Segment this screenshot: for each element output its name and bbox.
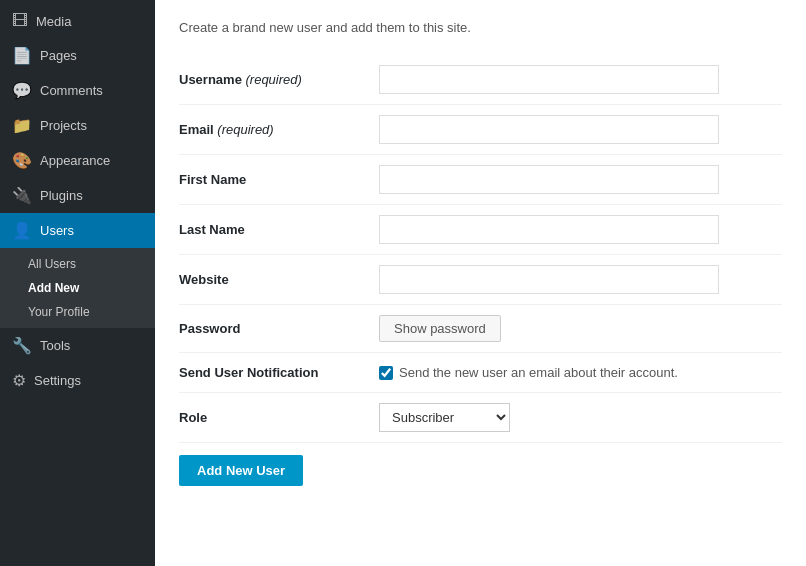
- notification-field: Send the new user an email about their a…: [379, 365, 782, 380]
- sidebar-sub-add-new[interactable]: Add New: [0, 276, 155, 300]
- website-input[interactable]: [379, 265, 719, 294]
- settings-icon: ⚙: [12, 371, 26, 390]
- notification-checkbox[interactable]: [379, 366, 393, 380]
- username-label: Username (required): [179, 55, 379, 105]
- role-row: Role Subscriber Contributor Author Edito…: [179, 393, 782, 443]
- sidebar-item-media[interactable]: 🎞 Media: [0, 4, 155, 38]
- sidebar-item-users[interactable]: 👤 Users: [0, 213, 155, 248]
- sidebar-item-label: Plugins: [40, 188, 83, 203]
- sidebar-sub-all-users[interactable]: All Users: [0, 252, 155, 276]
- page-description: Create a brand new user and add them to …: [179, 20, 782, 35]
- firstname-input[interactable]: [379, 165, 719, 194]
- sidebar-sub-your-profile[interactable]: Your Profile: [0, 300, 155, 324]
- tools-icon: 🔧: [12, 336, 32, 355]
- notification-text: Send the new user an email about their a…: [399, 365, 678, 380]
- website-row: Website: [179, 255, 782, 305]
- pages-icon: 📄: [12, 46, 32, 65]
- lastname-label: Last Name: [179, 205, 379, 255]
- email-label: Email (required): [179, 105, 379, 155]
- firstname-row: First Name: [179, 155, 782, 205]
- show-password-button[interactable]: Show password: [379, 315, 501, 342]
- sidebar-item-label: Comments: [40, 83, 103, 98]
- sidebar-item-appearance[interactable]: 🎨 Appearance: [0, 143, 155, 178]
- email-input[interactable]: [379, 115, 719, 144]
- role-label: Role: [179, 393, 379, 443]
- sidebar-item-label: Settings: [34, 373, 81, 388]
- add-new-user-button[interactable]: Add New User: [179, 455, 303, 486]
- users-submenu: All Users Add New Your Profile: [0, 248, 155, 328]
- sidebar-item-label: Pages: [40, 48, 77, 63]
- projects-icon: 📁: [12, 116, 32, 135]
- website-label: Website: [179, 255, 379, 305]
- sidebar-item-projects[interactable]: 📁 Projects: [0, 108, 155, 143]
- sidebar-item-label: Appearance: [40, 153, 110, 168]
- comments-icon: 💬: [12, 81, 32, 100]
- sidebar: 🎞 Media 📄 Pages 💬 Comments 📁 Projects 🎨 …: [0, 0, 155, 566]
- lastname-input[interactable]: [379, 215, 719, 244]
- notification-row: Send User Notification Send the new user…: [179, 353, 782, 393]
- sidebar-item-settings[interactable]: ⚙ Settings: [0, 363, 155, 398]
- users-icon: 👤: [12, 221, 32, 240]
- role-select[interactable]: Subscriber Contributor Author Editor Adm…: [379, 403, 510, 432]
- sidebar-item-plugins[interactable]: 🔌 Plugins: [0, 178, 155, 213]
- media-icon: 🎞: [12, 12, 28, 30]
- email-row: Email (required): [179, 105, 782, 155]
- sidebar-item-pages[interactable]: 📄 Pages: [0, 38, 155, 73]
- sidebar-item-tools[interactable]: 🔧 Tools: [0, 328, 155, 363]
- lastname-row: Last Name: [179, 205, 782, 255]
- sidebar-item-label: Projects: [40, 118, 87, 133]
- appearance-icon: 🎨: [12, 151, 32, 170]
- password-row: Password Show password: [179, 305, 782, 353]
- password-label: Password: [179, 305, 379, 353]
- sidebar-item-label: Users: [40, 223, 74, 238]
- sidebar-item-label: Media: [36, 14, 71, 29]
- username-input[interactable]: [379, 65, 719, 94]
- sidebar-item-comments[interactable]: 💬 Comments: [0, 73, 155, 108]
- sidebar-item-label: Tools: [40, 338, 70, 353]
- content-area: Create a brand new user and add them to …: [155, 0, 806, 566]
- username-row: Username (required): [179, 55, 782, 105]
- firstname-label: First Name: [179, 155, 379, 205]
- main-content: Create a brand new user and add them to …: [155, 0, 806, 566]
- add-user-form: Username (required) Email (required) Fir…: [179, 55, 782, 443]
- notification-label: Send User Notification: [179, 353, 379, 393]
- plugins-icon: 🔌: [12, 186, 32, 205]
